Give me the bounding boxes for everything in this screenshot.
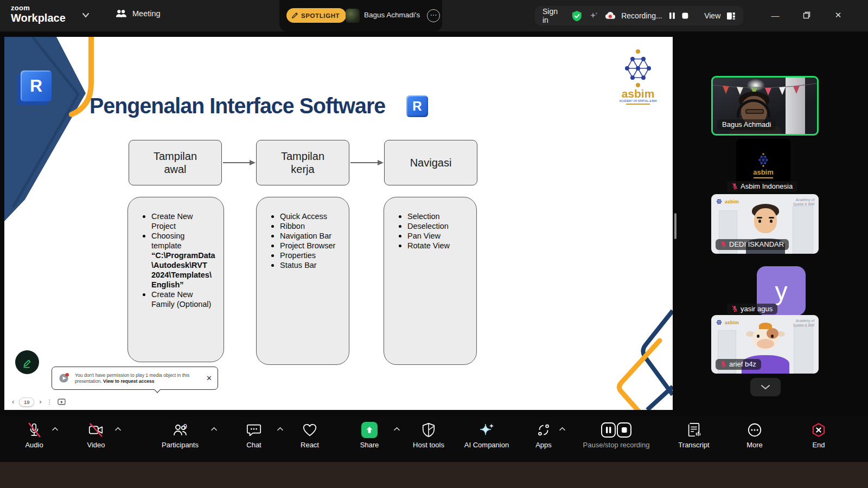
- chat-icon: [246, 422, 262, 438]
- people-icon: [115, 9, 127, 18]
- participants-options-chevron[interactable]: [210, 427, 218, 432]
- active-document-tab[interactable]: SPOTLIGHT Bagus Achmadi's ⋯: [279, 0, 442, 31]
- toast-close-icon[interactable]: ✕: [206, 374, 212, 382]
- participant-name-label: Asbim Indonesia: [727, 181, 797, 192]
- muted-mic-icon: [720, 361, 726, 368]
- toolbar-audio[interactable]: Audio: [2, 421, 67, 449]
- pencil-icon: [21, 356, 33, 368]
- content-box-navigasi: Selection Deselection Pan View Rotate Vi…: [384, 197, 477, 365]
- restore-button[interactable]: [799, 9, 815, 22]
- bullet-item: Ribbon: [269, 221, 341, 231]
- bunting-flags: [713, 80, 819, 96]
- flow-box-tampilan-awal: Tampilan awal: [129, 140, 222, 185]
- stop-recording-icon[interactable]: [681, 12, 689, 20]
- mic-muted-icon: [26, 421, 42, 439]
- template-path: “C:\ProgramData\Autodesk\RVT 2024\Templa…: [151, 251, 216, 290]
- prev-slide-button[interactable]: ‹: [12, 397, 14, 407]
- toolbar-apps[interactable]: Apps: [511, 421, 576, 449]
- toast-action-link[interactable]: View to request access: [103, 378, 154, 384]
- video-muted-icon: [87, 421, 105, 439]
- toolbar-react[interactable]: React: [277, 421, 342, 449]
- flow-box-navigasi: Navigasi: [384, 140, 477, 185]
- stage-scrollbar[interactable]: [674, 213, 676, 239]
- annotate-button[interactable]: [15, 350, 39, 374]
- slide-menu-button[interactable]: ⋮: [47, 399, 53, 405]
- bullet-item: Pan View: [396, 231, 469, 241]
- toolbar-ai-companion[interactable]: AI Companion: [454, 421, 519, 449]
- recording-cloud-icon: [605, 11, 616, 20]
- bullet-item: Choosing template “C:\ProgramData\Autode…: [140, 231, 216, 290]
- toolbar-chat[interactable]: Chat: [221, 421, 286, 449]
- bullet-item: Quick Access: [269, 211, 341, 221]
- apps-options-chevron[interactable]: [559, 427, 566, 432]
- toolbar-transcript[interactable]: Transcript: [661, 421, 726, 449]
- zoom-meeting-window: zoom Workplace Meeting SPOTLIGHT Bagus A…: [0, 0, 868, 488]
- minimize-button[interactable]: —: [767, 9, 783, 22]
- end-meeting-icon: [810, 422, 827, 438]
- ai-sparkle-icon[interactable]: [589, 11, 599, 21]
- video-tile-arief-b4z[interactable]: asbim Academy ofSpatial & BIM arief b4z: [711, 315, 819, 374]
- bullet-item: Deselection: [396, 221, 469, 231]
- tab-more-options-icon[interactable]: ⋯: [427, 9, 440, 22]
- revit-icon: R: [406, 95, 428, 117]
- toolbar-record[interactable]: Pause/stop recording: [570, 421, 662, 449]
- toolbar-share[interactable]: Share: [337, 421, 402, 449]
- slide-page-number: 19: [19, 397, 34, 407]
- pause-stop-recording-icon: [601, 422, 632, 438]
- shared-screen-slide: R Pengenalan Interface Software R asb: [4, 37, 673, 410]
- video-options-chevron[interactable]: [114, 427, 122, 432]
- toolbar-participants[interactable]: 9 Participants: [142, 421, 218, 449]
- academy-caption: Academy ofSpatial & BIM: [793, 198, 814, 206]
- video-tile-bagus-achmadi[interactable]: Bagus Achmadi: [711, 76, 819, 136]
- participant-name-label: arief b4z: [716, 359, 761, 370]
- toolbar-end[interactable]: End: [786, 421, 851, 449]
- revit-logo-decoration: R: [21, 70, 52, 101]
- toolbar-more[interactable]: More: [722, 421, 787, 449]
- spotlight-label: SPOTLIGHT: [301, 12, 340, 19]
- recording-status-text: Recording...: [621, 11, 662, 20]
- more-ellipsis-icon: [746, 422, 763, 438]
- bullet-item: Selection: [396, 211, 469, 221]
- participant-name-label: yasir agus: [727, 304, 777, 314]
- titlebar-controls: Sign in Recording... View: [535, 6, 743, 25]
- sign-in-button[interactable]: Sign in: [542, 7, 565, 24]
- participant-name-label: Bagus Achmadi: [717, 119, 776, 130]
- zoom-workplace-logo: zoom Workplace: [11, 4, 66, 23]
- toolbar-video[interactable]: Video: [63, 421, 129, 449]
- heart-icon: [302, 422, 318, 438]
- video-tile-dedi-iskandar[interactable]: asbim Academy ofSpatial & BIM DEDI ISKAN…: [711, 194, 819, 254]
- participants-count: 9: [183, 423, 187, 431]
- tab-meeting[interactable]: Meeting: [115, 9, 161, 18]
- security-shield-icon[interactable]: [571, 10, 583, 22]
- flow-box-tampilan-kerja: Tampilan kerja: [256, 140, 349, 185]
- audio-options-chevron[interactable]: [52, 427, 59, 432]
- toast-line2: presentation.: [75, 378, 103, 384]
- chevron-down-icon: [761, 384, 770, 390]
- meeting-tab-label: Meeting: [132, 9, 161, 18]
- content-box-tampilan-awal: Create New Project Choosing template “C:…: [127, 197, 224, 362]
- participant-name-label: DEDI ISKANDAR: [716, 239, 789, 250]
- next-slide-button[interactable]: ›: [39, 397, 41, 407]
- academy-caption: Academy ofSpatial & BIM: [793, 319, 814, 327]
- titlebar: zoom Workplace Meeting SPOTLIGHT Bagus A…: [0, 0, 868, 31]
- workplace-logo-text: Workplace: [11, 12, 66, 23]
- bullet-item: Create New Project: [140, 211, 216, 231]
- slide-nav-controls: ‹ 19 › ⋮: [12, 397, 66, 407]
- more-participants-button[interactable]: [750, 378, 781, 396]
- transcript-icon: [686, 422, 702, 438]
- ai-companion-icon: [478, 421, 495, 439]
- workspace-chevron-down-icon[interactable]: [81, 12, 90, 18]
- media-permission-toast: You don't have permission to play 1 medi…: [52, 367, 218, 390]
- view-button[interactable]: View: [704, 11, 720, 20]
- shared-doc-title: Bagus Achmadi's: [364, 11, 420, 19]
- meeting-stage: R Pengenalan Interface Software R asb: [0, 31, 868, 416]
- close-button[interactable]: ✕: [830, 9, 846, 22]
- asbim-mini-logo: asbim: [715, 198, 739, 205]
- present-mode-icon[interactable]: [58, 399, 66, 406]
- spotlight-badge[interactable]: SPOTLIGHT: [286, 8, 346, 23]
- bullet-item: Navigation Bar: [269, 231, 341, 241]
- muted-mic-icon: [720, 241, 726, 248]
- share-screen-icon: [361, 422, 378, 438]
- toolbar-host-tools[interactable]: Host tools: [396, 421, 461, 449]
- pause-recording-icon[interactable]: [668, 11, 676, 20]
